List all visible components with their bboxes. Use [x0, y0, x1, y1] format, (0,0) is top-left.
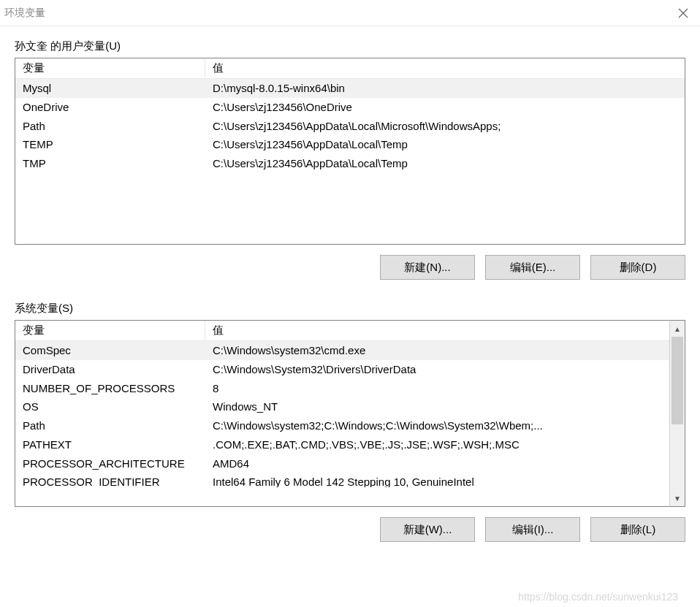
- scroll-down-arrow-icon[interactable]: ▼: [670, 490, 685, 506]
- dialog-content: 孙文奎 的用户变量(U) 变量 值 MysqlD:\mysql-8.0.15-w…: [0, 26, 700, 558]
- table-row[interactable]: NUMBER_OF_PROCESSORS8: [15, 379, 669, 398]
- sys-vars-label: 系统变量(S): [15, 302, 685, 316]
- scroll-track[interactable]: [670, 337, 685, 490]
- user-vars-listbox[interactable]: 变量 值 MysqlD:\mysql-8.0.15-winx64\binOneD…: [15, 58, 685, 245]
- sys-vars-listbox[interactable]: 变量 值 ComSpecC:\Windows\system32\cmd.exeD…: [15, 320, 669, 507]
- var-name: Mysql: [15, 79, 205, 98]
- scroll-up-arrow-icon[interactable]: ▲: [670, 321, 685, 337]
- user-header-variable[interactable]: 变量: [15, 58, 205, 78]
- table-row[interactable]: OSWindows_NT: [15, 397, 669, 416]
- sys-vars-header[interactable]: 变量 值: [15, 321, 669, 341]
- var-name: PROCESSOR_IDENTIFIER: [15, 473, 205, 487]
- var-name: NUMBER_OF_PROCESSORS: [15, 379, 205, 398]
- close-icon: [678, 8, 688, 18]
- var-value: D:\mysql-8.0.15-winx64\bin: [205, 79, 685, 98]
- table-row[interactable]: TEMPC:\Users\zj123456\AppData\Local\Temp: [15, 135, 685, 154]
- user-delete-button[interactable]: 删除(D): [590, 255, 685, 280]
- titlebar: 环境变量: [0, 0, 700, 26]
- watermark: https://blog.csdn.net/sunwenkui123: [518, 591, 678, 603]
- user-edit-button[interactable]: 编辑(E)...: [485, 255, 580, 280]
- table-row[interactable]: ComSpecC:\Windows\system32\cmd.exe: [15, 341, 669, 360]
- sys-vars-buttons: 新建(W)... 编辑(I)... 删除(L): [15, 507, 685, 558]
- var-name: OS: [15, 397, 205, 416]
- table-row[interactable]: PATHEXT.COM;.EXE;.BAT;.CMD;.VBS;.VBE;.JS…: [15, 435, 669, 454]
- var-value: C:\Users\zj123456\AppData\Local\Temp: [205, 154, 685, 173]
- var-value: Intel64 Family 6 Model 142 Stepping 10, …: [205, 473, 669, 487]
- var-value: C:\Users\zj123456\AppData\Local\Microsof…: [205, 117, 685, 136]
- table-row[interactable]: PathC:\Users\zj123456\AppData\Local\Micr…: [15, 117, 685, 136]
- var-value: C:\Users\zj123456\OneDrive: [205, 98, 685, 117]
- table-row[interactable]: PROCESSOR_IDENTIFIERIntel64 Family 6 Mod…: [15, 473, 669, 487]
- user-vars-header[interactable]: 变量 值: [15, 58, 685, 79]
- window-title: 环境变量: [4, 7, 45, 20]
- table-row[interactable]: TMPC:\Users\zj123456\AppData\Local\Temp: [15, 154, 685, 173]
- scroll-thumb[interactable]: [672, 337, 683, 424]
- sys-scrollbar[interactable]: ▲ ▼: [669, 320, 685, 507]
- table-row[interactable]: PathC:\Windows\system32;C:\Windows;C:\Wi…: [15, 416, 669, 435]
- var-name: ComSpec: [15, 341, 205, 360]
- user-vars-label: 孙文奎 的用户变量(U): [15, 39, 685, 53]
- var-value: Windows_NT: [205, 397, 669, 416]
- sys-delete-button[interactable]: 删除(L): [590, 517, 685, 542]
- sys-header-value[interactable]: 值: [205, 321, 669, 340]
- var-value: C:\Windows\system32;C:\Windows;C:\Window…: [205, 416, 669, 435]
- sys-edit-button[interactable]: 编辑(I)...: [485, 517, 580, 542]
- var-name: TMP: [15, 154, 205, 173]
- var-name: DriverData: [15, 360, 205, 379]
- var-name: PROCESSOR_ARCHITECTURE: [15, 454, 205, 473]
- table-row[interactable]: DriverDataC:\Windows\System32\Drivers\Dr…: [15, 360, 669, 379]
- var-value: C:\Users\zj123456\AppData\Local\Temp: [205, 135, 685, 154]
- var-name: Path: [15, 416, 205, 435]
- var-name: PATHEXT: [15, 435, 205, 454]
- var-value: C:\Windows\system32\cmd.exe: [205, 341, 669, 360]
- var-name: TEMP: [15, 135, 205, 154]
- var-value: AMD64: [205, 454, 669, 473]
- user-new-button[interactable]: 新建(N)...: [380, 255, 475, 280]
- sys-new-button[interactable]: 新建(W)...: [380, 517, 475, 542]
- table-row[interactable]: OneDriveC:\Users\zj123456\OneDrive: [15, 98, 685, 117]
- table-row[interactable]: MysqlD:\mysql-8.0.15-winx64\bin: [15, 79, 685, 98]
- user-vars-buttons: 新建(N)... 编辑(E)... 删除(D): [15, 245, 685, 296]
- table-row[interactable]: PROCESSOR_ARCHITECTUREAMD64: [15, 454, 669, 473]
- var-value: C:\Windows\System32\Drivers\DriverData: [205, 360, 669, 379]
- close-button[interactable]: [666, 0, 700, 26]
- var-value: 8: [205, 379, 669, 398]
- sys-header-variable[interactable]: 变量: [15, 321, 205, 340]
- user-header-value[interactable]: 值: [205, 58, 685, 78]
- var-name: OneDrive: [15, 98, 205, 117]
- var-value: .COM;.EXE;.BAT;.CMD;.VBS;.VBE;.JS;.JSE;.…: [205, 435, 669, 454]
- var-name: Path: [15, 117, 205, 136]
